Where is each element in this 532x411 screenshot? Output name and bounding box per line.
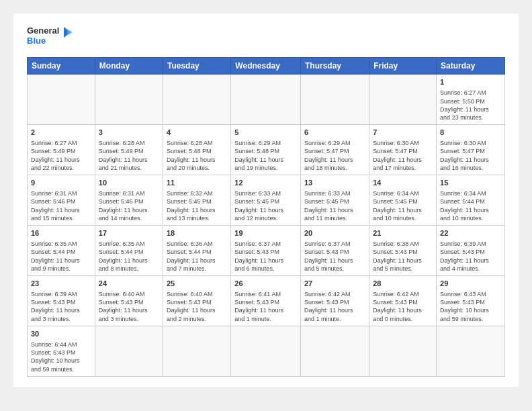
day-number: 6	[304, 128, 365, 138]
calendar-cell: 25Sunrise: 6:40 AM Sunset: 5:43 PM Dayli…	[163, 275, 230, 326]
day-number: 4	[167, 128, 227, 138]
calendar-cell	[301, 75, 369, 125]
day-number: 28	[373, 279, 433, 289]
calendar-cell: 4Sunrise: 6:28 AM Sunset: 5:48 PM Daylig…	[163, 124, 230, 175]
day-number: 10	[99, 178, 159, 188]
calendar-cell: 29Sunrise: 6:43 AM Sunset: 5:43 PM Dayli…	[437, 275, 505, 326]
calendar-cell: 19Sunrise: 6:37 AM Sunset: 5:43 PM Dayli…	[231, 225, 301, 275]
day-info: Sunrise: 6:35 AM Sunset: 5:44 PM Dayligh…	[31, 240, 91, 273]
calendar-header-sunday: Sunday	[28, 58, 95, 75]
calendar-cell: 26Sunrise: 6:41 AM Sunset: 5:43 PM Dayli…	[231, 275, 301, 326]
day-number: 8	[440, 128, 501, 138]
calendar-header-row: SundayMondayTuesdayWednesdayThursdayFrid…	[28, 58, 505, 75]
day-info: Sunrise: 6:30 AM Sunset: 5:47 PM Dayligh…	[440, 139, 501, 172]
calendar-cell: 24Sunrise: 6:40 AM Sunset: 5:43 PM Dayli…	[95, 275, 163, 326]
day-number: 2	[31, 128, 91, 138]
calendar-week-4: 23Sunrise: 6:39 AM Sunset: 5:43 PM Dayli…	[28, 275, 505, 326]
calendar-week-3: 16Sunrise: 6:35 AM Sunset: 5:44 PM Dayli…	[28, 225, 505, 275]
calendar-cell: 14Sunrise: 6:34 AM Sunset: 5:45 PM Dayli…	[369, 175, 437, 225]
day-info: Sunrise: 6:31 AM Sunset: 5:46 PM Dayligh…	[99, 189, 159, 222]
day-number: 19	[234, 228, 297, 238]
day-number: 9	[31, 178, 91, 188]
calendar-cell	[231, 326, 301, 376]
calendar-cell	[163, 326, 230, 376]
day-info: Sunrise: 6:29 AM Sunset: 5:47 PM Dayligh…	[304, 139, 365, 172]
day-info: Sunrise: 6:39 AM Sunset: 5:43 PM Dayligh…	[440, 240, 501, 273]
day-number: 1	[440, 77, 501, 87]
day-info: Sunrise: 6:39 AM Sunset: 5:43 PM Dayligh…	[31, 290, 91, 323]
day-number: 11	[167, 178, 227, 188]
calendar-cell: 30Sunrise: 6:44 AM Sunset: 5:43 PM Dayli…	[28, 326, 95, 376]
day-number: 12	[234, 178, 297, 188]
day-info: Sunrise: 6:29 AM Sunset: 5:48 PM Dayligh…	[234, 139, 297, 172]
calendar-cell: 22Sunrise: 6:39 AM Sunset: 5:43 PM Dayli…	[437, 225, 505, 275]
day-info: Sunrise: 6:28 AM Sunset: 5:49 PM Dayligh…	[99, 139, 159, 172]
day-info: Sunrise: 6:36 AM Sunset: 5:44 PM Dayligh…	[167, 240, 227, 273]
calendar-cell: 7Sunrise: 6:30 AM Sunset: 5:47 PM Daylig…	[369, 124, 437, 175]
day-info: Sunrise: 6:37 AM Sunset: 5:43 PM Dayligh…	[234, 240, 297, 273]
calendar-week-0: 1Sunrise: 6:27 AM Sunset: 5:50 PM Daylig…	[28, 75, 505, 125]
generalblue-logo-icon: General Blue	[27, 24, 74, 50]
day-number: 26	[234, 279, 297, 289]
calendar-cell	[369, 326, 437, 376]
day-info: Sunrise: 6:27 AM Sunset: 5:49 PM Dayligh…	[31, 139, 91, 172]
logo: General Blue	[27, 24, 74, 50]
calendar-cell: 12Sunrise: 6:33 AM Sunset: 5:45 PM Dayli…	[231, 175, 301, 225]
svg-text:General: General	[27, 26, 59, 36]
calendar-cell: 5Sunrise: 6:29 AM Sunset: 5:48 PM Daylig…	[231, 124, 301, 175]
day-info: Sunrise: 6:41 AM Sunset: 5:43 PM Dayligh…	[234, 290, 297, 323]
calendar-cell: 10Sunrise: 6:31 AM Sunset: 5:46 PM Dayli…	[95, 175, 163, 225]
day-number: 13	[304, 178, 365, 188]
day-info: Sunrise: 6:37 AM Sunset: 5:43 PM Dayligh…	[304, 240, 365, 273]
day-number: 3	[99, 128, 159, 138]
day-info: Sunrise: 6:40 AM Sunset: 5:43 PM Dayligh…	[99, 290, 159, 323]
day-info: Sunrise: 6:42 AM Sunset: 5:43 PM Dayligh…	[373, 290, 433, 323]
day-info: Sunrise: 6:27 AM Sunset: 5:50 PM Dayligh…	[440, 89, 501, 122]
calendar-cell: 28Sunrise: 6:42 AM Sunset: 5:43 PM Dayli…	[369, 275, 437, 326]
day-number: 5	[234, 128, 297, 138]
calendar-cell: 6Sunrise: 6:29 AM Sunset: 5:47 PM Daylig…	[301, 124, 369, 175]
calendar-cell	[231, 75, 301, 125]
calendar-cell: 23Sunrise: 6:39 AM Sunset: 5:43 PM Dayli…	[28, 275, 95, 326]
calendar-cell: 2Sunrise: 6:27 AM Sunset: 5:49 PM Daylig…	[28, 124, 95, 175]
calendar-cell: 20Sunrise: 6:37 AM Sunset: 5:43 PM Dayli…	[301, 225, 369, 275]
day-number: 17	[99, 228, 159, 238]
day-number: 21	[373, 228, 433, 238]
day-info: Sunrise: 6:42 AM Sunset: 5:43 PM Dayligh…	[304, 290, 365, 323]
day-info: Sunrise: 6:30 AM Sunset: 5:47 PM Dayligh…	[373, 139, 433, 172]
day-number: 16	[31, 228, 91, 238]
calendar-header-friday: Friday	[369, 58, 437, 75]
header: General Blue	[27, 24, 505, 50]
calendar-cell	[437, 326, 505, 376]
calendar-header-thursday: Thursday	[301, 58, 369, 75]
calendar-cell: 9Sunrise: 6:31 AM Sunset: 5:46 PM Daylig…	[28, 175, 95, 225]
day-info: Sunrise: 6:32 AM Sunset: 5:45 PM Dayligh…	[167, 189, 227, 222]
calendar-cell: 13Sunrise: 6:33 AM Sunset: 5:45 PM Dayli…	[301, 175, 369, 225]
calendar-week-5: 30Sunrise: 6:44 AM Sunset: 5:43 PM Dayli…	[28, 326, 505, 376]
calendar-header-monday: Monday	[95, 58, 163, 75]
day-info: Sunrise: 6:34 AM Sunset: 5:44 PM Dayligh…	[440, 189, 501, 222]
calendar-week-1: 2Sunrise: 6:27 AM Sunset: 5:49 PM Daylig…	[28, 124, 505, 175]
calendar-cell: 21Sunrise: 6:38 AM Sunset: 5:43 PM Dayli…	[369, 225, 437, 275]
calendar-header-tuesday: Tuesday	[163, 58, 230, 75]
calendar-cell: 3Sunrise: 6:28 AM Sunset: 5:49 PM Daylig…	[95, 124, 163, 175]
svg-marker-3	[67, 29, 73, 36]
day-number: 14	[373, 178, 433, 188]
calendar-cell: 16Sunrise: 6:35 AM Sunset: 5:44 PM Dayli…	[28, 225, 95, 275]
day-info: Sunrise: 6:28 AM Sunset: 5:48 PM Dayligh…	[167, 139, 227, 172]
calendar-cell: 8Sunrise: 6:30 AM Sunset: 5:47 PM Daylig…	[437, 124, 505, 175]
calendar-cell	[369, 75, 437, 125]
day-info: Sunrise: 6:38 AM Sunset: 5:43 PM Dayligh…	[373, 240, 433, 273]
day-number: 29	[440, 279, 501, 289]
calendar-cell	[28, 75, 95, 125]
day-number: 15	[440, 178, 501, 188]
day-info: Sunrise: 6:43 AM Sunset: 5:43 PM Dayligh…	[440, 290, 501, 323]
calendar-cell: 1Sunrise: 6:27 AM Sunset: 5:50 PM Daylig…	[437, 75, 505, 125]
day-number: 30	[31, 329, 91, 339]
day-info: Sunrise: 6:44 AM Sunset: 5:43 PM Dayligh…	[31, 340, 91, 373]
calendar-cell	[301, 326, 369, 376]
calendar-cell: 18Sunrise: 6:36 AM Sunset: 5:44 PM Dayli…	[163, 225, 230, 275]
calendar-cell: 15Sunrise: 6:34 AM Sunset: 5:44 PM Dayli…	[437, 175, 505, 225]
day-number: 27	[304, 279, 365, 289]
svg-text:Blue: Blue	[27, 36, 46, 46]
